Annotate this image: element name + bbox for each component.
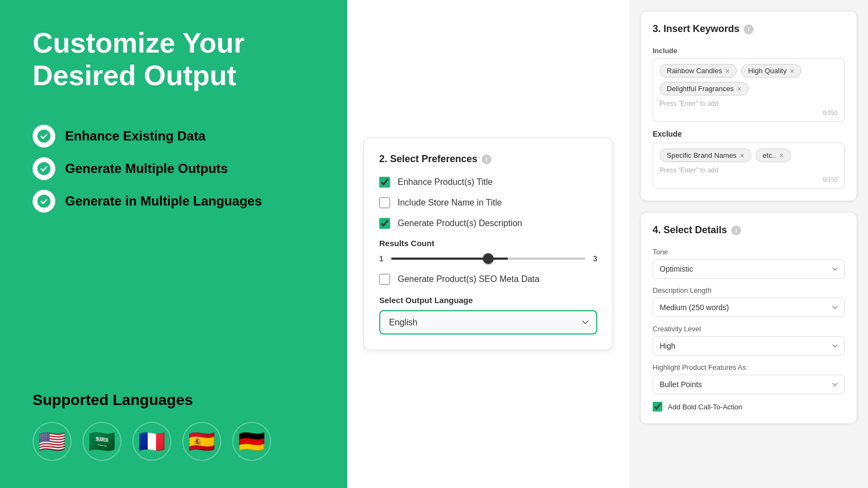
description-length-select[interactable]: Short (100 words) Medium (250 words) Lon… [653, 298, 845, 317]
include-input-hint: Press "Enter" to add [660, 100, 838, 107]
cta-checkbox[interactable] [653, 402, 662, 412]
highlight-row: Highlight Product Features As: Bullet Po… [653, 363, 845, 394]
tag-etc: etc.. × [756, 149, 791, 162]
exclude-input-hint: Press "Enter" to add [660, 166, 838, 174]
slider-max: 3 [593, 254, 597, 263]
keywords-info-icon[interactable]: i [744, 24, 754, 34]
supported-languages-section: Supported Languages 🇺🇸 🇸🇦 🇫🇷 🇪🇸 🇩🇪 [33, 391, 315, 461]
results-count-slider[interactable] [391, 258, 585, 260]
middle-panel: 2. Select Preferences i Enhance Product(… [347, 0, 629, 488]
left-panel: Customize Your Desired Output Enhance Ex… [0, 0, 347, 488]
language-select[interactable]: English Arabic French Spanish German [379, 310, 597, 335]
creativity-select[interactable]: Low Medium High [653, 336, 845, 356]
feature-list: Enhance Existing Data Generate Multiple … [33, 125, 315, 213]
supported-languages-title: Supported Languages [33, 391, 315, 409]
page-title: Customize Your Desired Output [33, 27, 315, 92]
enhance-title-checkbox[interactable] [379, 177, 390, 188]
tag-rainbow-candles: Rainbow Candles × [660, 64, 737, 78]
tone-label: Tone [653, 248, 845, 256]
feature-item-2: Generate Multiple Outputs [33, 157, 315, 180]
check-icon-1 [33, 125, 55, 147]
right-panel: 3. Insert Keywords i Include Rainbow Can… [629, 0, 868, 488]
tag-close-rainbow[interactable]: × [725, 67, 730, 75]
tag-close-delightful[interactable]: × [737, 85, 742, 93]
generate-description-label[interactable]: Generate Product(s) Description [398, 219, 522, 228]
exclude-tag-area[interactable]: Specific Brand Names × etc.. × Press "En… [653, 143, 845, 189]
store-name-label[interactable]: Include Store Name in Title [398, 198, 502, 208]
details-info-icon[interactable]: i [731, 226, 741, 235]
feature-text-2: Generate Multiple Outputs [65, 161, 228, 176]
checkbox-row-2: Include Store Name in Title [379, 197, 597, 208]
checkbox-row-1: Enhance Product(s) Title [379, 177, 597, 188]
svg-point-2 [37, 195, 50, 208]
check-icon-3 [33, 190, 55, 213]
description-length-label: Description Length [653, 286, 845, 294]
slider-min: 1 [379, 254, 384, 263]
tag-close-etc[interactable]: × [779, 152, 783, 159]
checkbox-row-3: Generate Product(s) Description [379, 218, 597, 229]
svg-point-0 [37, 130, 50, 143]
cta-row: Add Bold Call-To-Action [653, 402, 845, 412]
check-icon-2 [33, 157, 55, 180]
slider-row: 1 3 [379, 254, 597, 263]
keywords-card: 3. Insert Keywords i Include Rainbow Can… [640, 11, 857, 201]
creativity-row: Creativity Level Low Medium High [653, 325, 845, 356]
include-tags: Rainbow Candles × High Quality × Delight… [660, 64, 838, 95]
creativity-label: Creativity Level [653, 325, 845, 333]
svg-point-1 [37, 162, 50, 175]
feature-text-1: Enhance Existing Data [65, 129, 206, 144]
tag-close-quality[interactable]: × [790, 67, 794, 75]
include-char-count: 0/150 [660, 110, 838, 116]
flags-container: 🇺🇸 🇸🇦 🇫🇷 🇪🇸 🇩🇪 [33, 422, 315, 461]
include-tag-area[interactable]: Rainbow Candles × High Quality × Delight… [653, 58, 845, 122]
preferences-info-icon[interactable]: i [482, 155, 492, 164]
keywords-title: 3. Insert Keywords i [653, 23, 845, 35]
description-length-row: Description Length Short (100 words) Med… [653, 286, 845, 317]
flag-us: 🇺🇸 [33, 422, 72, 461]
tag-close-brand[interactable]: × [740, 152, 744, 159]
preferences-card: 2. Select Preferences i Enhance Product(… [363, 138, 613, 350]
generate-description-checkbox[interactable] [379, 218, 390, 229]
results-count-label: Results Count [379, 239, 597, 248]
flag-de: 🇩🇪 [232, 422, 271, 461]
tag-delightful: Delightful Fragrances × [660, 82, 749, 95]
seo-meta-checkbox[interactable] [379, 274, 390, 285]
cta-label[interactable]: Add Bold Call-To-Action [668, 403, 742, 411]
exclude-char-count: 0/150 [660, 176, 838, 183]
highlight-label: Highlight Product Features As: [653, 363, 845, 371]
tag-brand-names: Specific Brand Names × [660, 149, 751, 162]
exclude-tags: Specific Brand Names × etc.. × [660, 149, 838, 162]
include-label: Include [653, 47, 845, 55]
exclude-label: Exclude [653, 130, 845, 138]
feature-text-3: Generate in Multiple Languages [65, 194, 262, 209]
checkbox-row-4: Generate Product(s) SEO Meta Data [379, 274, 597, 285]
preferences-title: 2. Select Preferences i [379, 153, 597, 165]
store-name-checkbox[interactable] [379, 197, 390, 208]
language-section: Select Output Language English Arabic Fr… [379, 296, 597, 335]
feature-item-3: Generate in Multiple Languages [33, 190, 315, 213]
flag-fr: 🇫🇷 [132, 422, 171, 461]
flag-sa: 🇸🇦 [82, 422, 122, 461]
seo-meta-label[interactable]: Generate Product(s) SEO Meta Data [398, 274, 539, 284]
flag-es: 🇪🇸 [182, 422, 221, 461]
tag-high-quality: High Quality × [741, 64, 801, 78]
details-title: 4. Select Details i [653, 224, 845, 236]
highlight-select[interactable]: Bullet Points Numbered List Paragraph [653, 375, 845, 394]
tone-row: Tone Optimistic Professional Friendly Pe… [653, 248, 845, 279]
details-card: 4. Select Details i Tone Optimistic Prof… [640, 212, 857, 424]
feature-item-1: Enhance Existing Data [33, 125, 315, 147]
tone-select[interactable]: Optimistic Professional Friendly Persuas… [653, 259, 845, 279]
enhance-title-label[interactable]: Enhance Product(s) Title [398, 177, 493, 187]
language-label: Select Output Language [379, 296, 597, 305]
